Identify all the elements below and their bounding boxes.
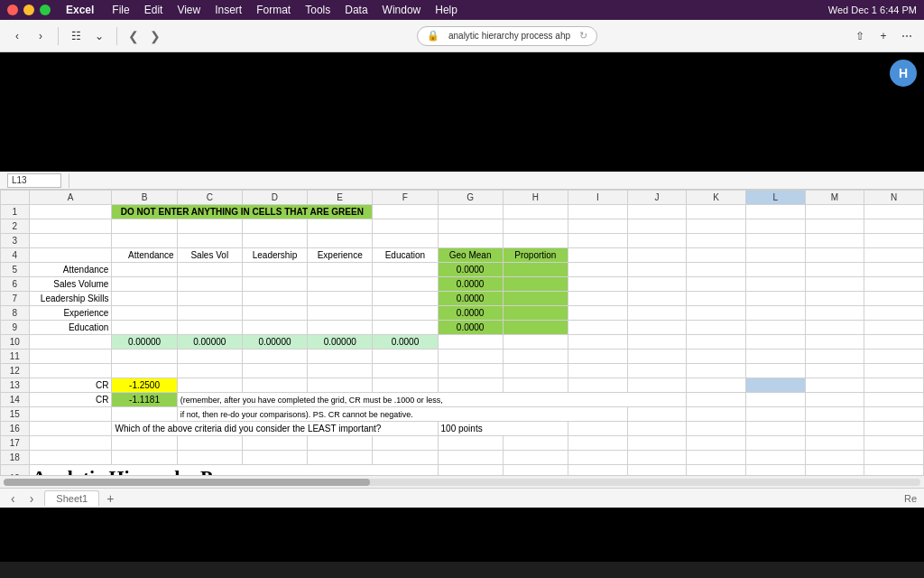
- cell-l19[interactable]: [745, 465, 805, 476]
- sheet-nav-right[interactable]: ›: [26, 489, 38, 508]
- cell-a17[interactable]: [29, 436, 112, 451]
- cell-f2[interactable]: [373, 219, 438, 234]
- cell-e7[interactable]: [308, 292, 373, 306]
- cell-a8[interactable]: Experience: [29, 306, 112, 321]
- cell-n1[interactable]: [864, 205, 924, 219]
- cell-d9[interactable]: [242, 321, 307, 335]
- cell-j13[interactable]: [627, 378, 687, 393]
- cell-b2[interactable]: [112, 219, 177, 234]
- cell-k10[interactable]: [687, 335, 746, 350]
- cell-j11[interactable]: [627, 350, 687, 364]
- cell-k13[interactable]: [687, 378, 746, 393]
- cell-m8[interactable]: [805, 306, 864, 321]
- cell-m2[interactable]: [805, 219, 864, 234]
- cell-e9[interactable]: [308, 321, 373, 335]
- cell-d5[interactable]: [242, 263, 307, 277]
- col-header-k[interactable]: K: [687, 191, 746, 205]
- cell-b12[interactable]: [112, 364, 177, 378]
- refresh-icon[interactable]: ↻: [579, 30, 587, 42]
- cell-d4[interactable]: Leadership: [242, 248, 307, 263]
- cell-n9[interactable]: [864, 321, 924, 335]
- cell-m17[interactable]: [805, 436, 864, 451]
- cell-j8[interactable]: [627, 306, 687, 321]
- cell-n17[interactable]: [864, 436, 924, 451]
- cell-j17[interactable]: [627, 436, 687, 451]
- cell-k1[interactable]: [687, 205, 746, 219]
- cell-d2[interactable]: [242, 219, 307, 234]
- add-sheet-button[interactable]: +: [106, 491, 114, 506]
- cell-n5[interactable]: [864, 263, 924, 277]
- avatar[interactable]: H: [890, 60, 917, 87]
- cell-i13[interactable]: [568, 378, 627, 393]
- sheet-area[interactable]: A B C D E F G H I J K L M N: [0, 190, 924, 475]
- cell-e11[interactable]: [308, 350, 373, 364]
- horizontal-scrollbar[interactable]: [0, 475, 924, 488]
- back-button[interactable]: ‹: [7, 26, 27, 46]
- cell-e2[interactable]: [308, 219, 373, 234]
- menu-file[interactable]: File: [106, 3, 135, 17]
- cell-d12[interactable]: [242, 364, 307, 378]
- cell-i10[interactable]: [568, 335, 627, 350]
- cell-n13[interactable]: [864, 378, 924, 393]
- cell-k16[interactable]: [687, 422, 746, 436]
- sheet-tab-1[interactable]: Sheet1: [44, 490, 99, 506]
- cell-h13[interactable]: [503, 378, 568, 393]
- more-button[interactable]: ⋯: [897, 26, 917, 46]
- cell-n16[interactable]: [864, 422, 924, 436]
- cell-i8[interactable]: [568, 306, 627, 321]
- cell-g5[interactable]: 0.0000: [438, 263, 503, 277]
- cell-l3[interactable]: [745, 234, 805, 248]
- cell-m10[interactable]: [805, 335, 864, 350]
- cell-c5[interactable]: [177, 263, 242, 277]
- menu-help[interactable]: Help: [429, 3, 464, 17]
- cell-i17[interactable]: [568, 436, 627, 451]
- cell-i2[interactable]: [568, 219, 627, 234]
- cell-j15[interactable]: [627, 407, 687, 422]
- cell-j2[interactable]: [627, 219, 687, 234]
- cell-n15[interactable]: [864, 407, 924, 422]
- cell-b8[interactable]: [112, 306, 177, 321]
- menu-insert[interactable]: Insert: [208, 3, 248, 17]
- cell-h4[interactable]: Proportion: [503, 248, 568, 263]
- cell-i11[interactable]: [568, 350, 627, 364]
- cell-h10[interactable]: [503, 335, 568, 350]
- cell-e12[interactable]: [308, 364, 373, 378]
- cell-c18[interactable]: [177, 451, 242, 465]
- cell-c2[interactable]: [177, 219, 242, 234]
- cell-i12[interactable]: [568, 364, 627, 378]
- menu-tools[interactable]: Tools: [299, 3, 337, 17]
- cell-e18[interactable]: [308, 451, 373, 465]
- cell-h1[interactable]: [503, 205, 568, 219]
- cell-i7[interactable]: [568, 292, 627, 306]
- cell-g2[interactable]: [438, 219, 503, 234]
- cell-f7[interactable]: [373, 292, 438, 306]
- cell-l8[interactable]: [745, 306, 805, 321]
- cell-l17[interactable]: [745, 436, 805, 451]
- cell-n12[interactable]: [864, 364, 924, 378]
- cell-f9[interactable]: [373, 321, 438, 335]
- col-header-h[interactable]: H: [503, 191, 568, 205]
- cell-k15[interactable]: [687, 407, 746, 422]
- cell-k11[interactable]: [687, 350, 746, 364]
- cell-f3[interactable]: [373, 234, 438, 248]
- cell-d3[interactable]: [242, 234, 307, 248]
- cell-m3[interactable]: [805, 234, 864, 248]
- cell-b18[interactable]: [112, 451, 177, 465]
- cell-e4[interactable]: Experience: [308, 248, 373, 263]
- share-button[interactable]: ⇧: [850, 26, 870, 46]
- cell-h19[interactable]: [503, 465, 568, 476]
- cell-m16[interactable]: [805, 422, 864, 436]
- cell-l18[interactable]: [745, 451, 805, 465]
- cell-d6[interactable]: [242, 277, 307, 292]
- cell-b9[interactable]: [112, 321, 177, 335]
- cell-f12[interactable]: [373, 364, 438, 378]
- cell-k14[interactable]: [687, 393, 746, 407]
- cell-f8[interactable]: [373, 306, 438, 321]
- cell-l13-selected[interactable]: [745, 378, 805, 393]
- cell-i3[interactable]: [568, 234, 627, 248]
- cell-k9[interactable]: [687, 321, 746, 335]
- cell-d18[interactable]: [242, 451, 307, 465]
- cell-n18[interactable]: [864, 451, 924, 465]
- cell-b3[interactable]: [112, 234, 177, 248]
- cell-f4[interactable]: Education: [373, 248, 438, 263]
